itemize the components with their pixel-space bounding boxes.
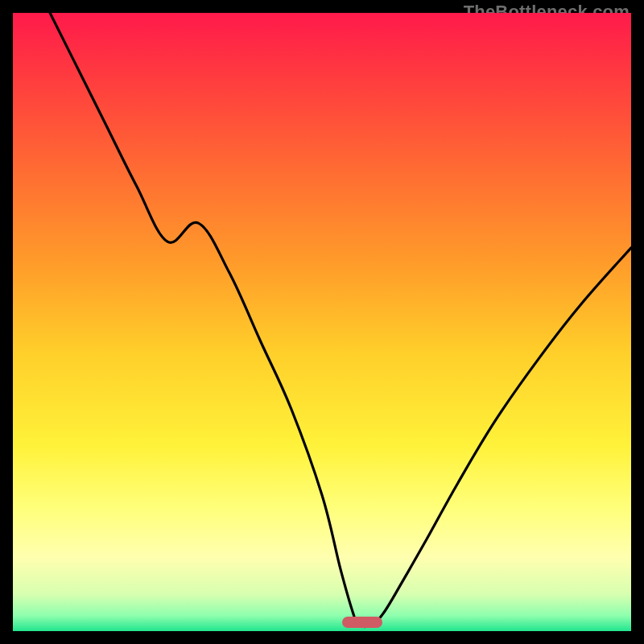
chart-frame: TheBottleneck.com — [13, 13, 631, 631]
bottleneck-chart — [13, 13, 631, 631]
optimum-marker — [342, 617, 382, 628]
gradient-background — [13, 13, 631, 631]
